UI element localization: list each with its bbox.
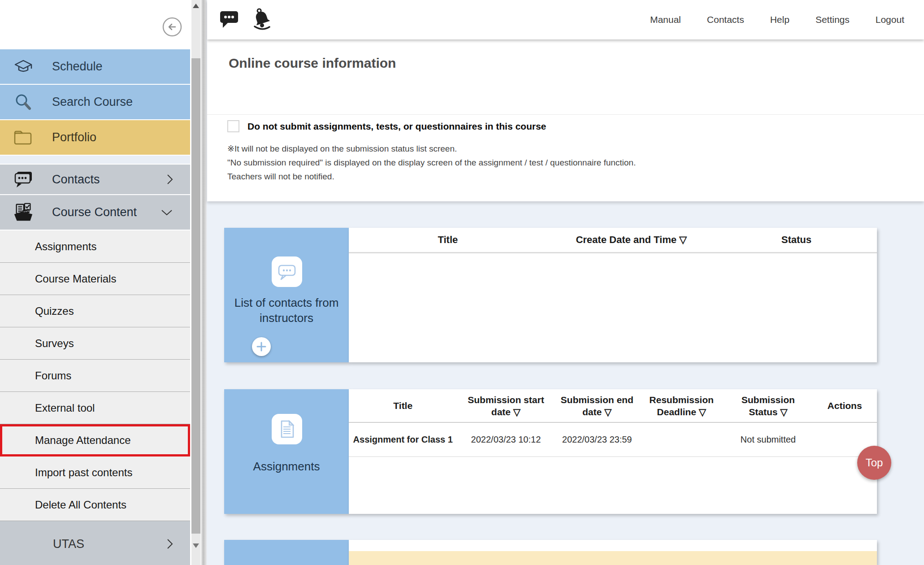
sidebar-sub-item[interactable]: Surveys bbox=[0, 327, 190, 360]
lms-app: Schedule Search Course bbox=[0, 0, 924, 565]
checkbox-label: Do not submit assignments, tests, or que… bbox=[247, 121, 546, 132]
cell-submission-start: 2022/03/23 10:12 bbox=[457, 434, 555, 445]
bell-icon[interactable] bbox=[250, 7, 273, 33]
assignments-panel: Assignments TitleSubmission start date ▽… bbox=[224, 389, 877, 514]
assignments-table: TitleSubmission start date ▽Submission e… bbox=[349, 389, 877, 514]
cell-title[interactable]: Assignment for Class 1 bbox=[349, 434, 457, 445]
topbar-link[interactable]: Manual bbox=[650, 14, 681, 25]
topbar-link[interactable]: Settings bbox=[816, 14, 850, 25]
topbar-link[interactable]: Contacts bbox=[707, 14, 744, 25]
chat-icon[interactable] bbox=[219, 9, 239, 30]
sidebar-scrollbar[interactable] bbox=[191, 0, 200, 565]
scroll-up-arrow-icon[interactable] bbox=[193, 4, 199, 8]
collapse-sidebar-button[interactable] bbox=[161, 16, 183, 38]
sidebar-spacer bbox=[0, 156, 190, 164]
sidebar-sub-item[interactable]: Import past contents bbox=[0, 456, 190, 489]
magnifier-icon bbox=[13, 92, 34, 112]
sidebar-item-label: UTAS bbox=[53, 537, 84, 551]
sidebar-sub-item[interactable]: Manage Attendance bbox=[0, 424, 190, 456]
note-line: "No submission required" is displayed on… bbox=[227, 156, 636, 170]
sidebar-header bbox=[0, 0, 190, 49]
main-area: ManualContactsHelpSettingsLogout Online … bbox=[207, 0, 924, 565]
sidebar-sub-item[interactable]: External tool bbox=[0, 392, 190, 424]
sidebar-item-portfolio[interactable]: Portfolio bbox=[0, 120, 190, 155]
scroll-down-arrow-icon[interactable] bbox=[193, 543, 199, 548]
assignment-row[interactable]: Assignment for Class 1 2022/03/23 10:12 … bbox=[349, 423, 877, 457]
partial-panel-tile[interactable] bbox=[224, 540, 349, 565]
sidebar-item-utas[interactable]: UTAS bbox=[0, 521, 190, 565]
sidebar-item-course-content[interactable]: Course Content bbox=[0, 195, 190, 230]
sidebar-sub-item[interactable]: Course Materials bbox=[0, 263, 190, 295]
sidebar-item-search-course[interactable]: Search Course bbox=[0, 85, 190, 119]
sidebar-item-label: Portfolio bbox=[52, 130, 96, 144]
page-title: Online course information bbox=[229, 56, 396, 71]
cell-submission-end: 2022/03/23 23:59 bbox=[555, 434, 639, 445]
column-header[interactable]: Create Date and Time ▽ bbox=[547, 234, 716, 246]
sidebar-sub-items: Assignments Course Materials Quizzes Sur… bbox=[0, 230, 190, 521]
scrollbar-thumb[interactable] bbox=[191, 58, 200, 534]
chevron-right-icon bbox=[167, 174, 173, 185]
sidebar-sub-item[interactable]: Forums bbox=[0, 360, 190, 392]
back-arrow-icon bbox=[161, 16, 183, 38]
assignments-table-body: Assignment for Class 1 2022/03/23 10:12 … bbox=[349, 423, 877, 457]
assignments-panel-tile[interactable]: Assignments bbox=[224, 389, 349, 514]
sidebar-item-contacts[interactable]: Contacts bbox=[0, 165, 190, 194]
sidebar-sub-item[interactable]: Assignments bbox=[0, 230, 190, 263]
column-header[interactable]: Title bbox=[349, 234, 547, 246]
column-header[interactable]: Title bbox=[349, 400, 457, 412]
partial-row-white bbox=[349, 540, 877, 551]
topbar-link[interactable]: Help bbox=[770, 14, 790, 25]
sidebar-item-label: Course Content bbox=[52, 205, 137, 219]
contacts-table: TitleCreate Date and Time ▽Status bbox=[349, 228, 877, 362]
topbar-nav: ManualContactsHelpSettingsLogout bbox=[650, 14, 924, 25]
column-header[interactable]: Actions bbox=[812, 400, 877, 412]
note-line: ※It will not be displayed on the submiss… bbox=[227, 142, 636, 156]
column-header[interactable]: Status bbox=[716, 234, 877, 246]
no-submission-checkbox[interactable] bbox=[227, 120, 239, 132]
topbar-icons bbox=[207, 7, 273, 33]
folder-icon bbox=[13, 129, 34, 147]
topbar: ManualContactsHelpSettingsLogout bbox=[207, 0, 924, 39]
partial-panel bbox=[224, 540, 877, 565]
contacts-panel: List of contacts from instructors TitleC… bbox=[224, 228, 877, 362]
sidebar-item-label: Contacts bbox=[52, 173, 100, 187]
sidebar: Schedule Search Course bbox=[0, 0, 207, 565]
contacts-table-header: TitleCreate Date and Time ▽Status bbox=[349, 228, 877, 253]
scroll-to-top-button[interactable]: Top bbox=[857, 446, 891, 480]
cell-submission-status: Not submitted bbox=[724, 434, 812, 445]
graduation-cap-icon bbox=[13, 58, 34, 76]
speech-bubble-icon bbox=[13, 170, 34, 189]
speech-bubble-icon bbox=[272, 256, 302, 287]
topbar-link[interactable]: Logout bbox=[876, 14, 904, 25]
partial-row-highlighted bbox=[349, 551, 877, 565]
chevron-down-icon bbox=[161, 209, 173, 216]
plus-icon bbox=[256, 341, 267, 352]
course-box-icon bbox=[13, 202, 34, 223]
contacts-panel-tile[interactable]: List of contacts from instructors bbox=[224, 228, 349, 362]
sidebar-item-schedule[interactable]: Schedule bbox=[0, 49, 190, 84]
sidebar-item-label: Schedule bbox=[52, 60, 103, 74]
sidebar-item-label: Search Course bbox=[52, 95, 133, 109]
document-icon bbox=[272, 414, 302, 444]
no-submission-option: Do not submit assignments, tests, or que… bbox=[227, 120, 546, 132]
note-line: Teachers will not be notified. bbox=[227, 170, 636, 183]
partial-panel-table bbox=[349, 540, 877, 565]
column-header[interactable]: Submission end date ▽ bbox=[555, 394, 639, 418]
sidebar-divider bbox=[200, 0, 207, 565]
chevron-right-icon bbox=[167, 538, 173, 550]
column-header[interactable]: Resubmission Deadline ▽ bbox=[639, 394, 724, 418]
column-header[interactable]: Submission Status ▽ bbox=[724, 394, 812, 418]
add-contact-button[interactable] bbox=[252, 337, 271, 356]
column-header[interactable]: Submission start date ▽ bbox=[457, 394, 555, 418]
panel-label: Assignments bbox=[224, 459, 349, 474]
sidebar-sub-item[interactable]: Quizzes bbox=[0, 295, 190, 327]
assignments-table-header: TitleSubmission start date ▽Submission e… bbox=[349, 389, 877, 423]
section-divider bbox=[207, 114, 924, 115]
sidebar-sub-item[interactable]: Delete All Contents bbox=[0, 489, 190, 521]
course-info-section: Online course information Do not submit … bbox=[207, 39, 924, 201]
panel-label: List of contacts from instructors bbox=[224, 295, 349, 326]
notes: ※It will not be displayed on the submiss… bbox=[227, 142, 636, 183]
